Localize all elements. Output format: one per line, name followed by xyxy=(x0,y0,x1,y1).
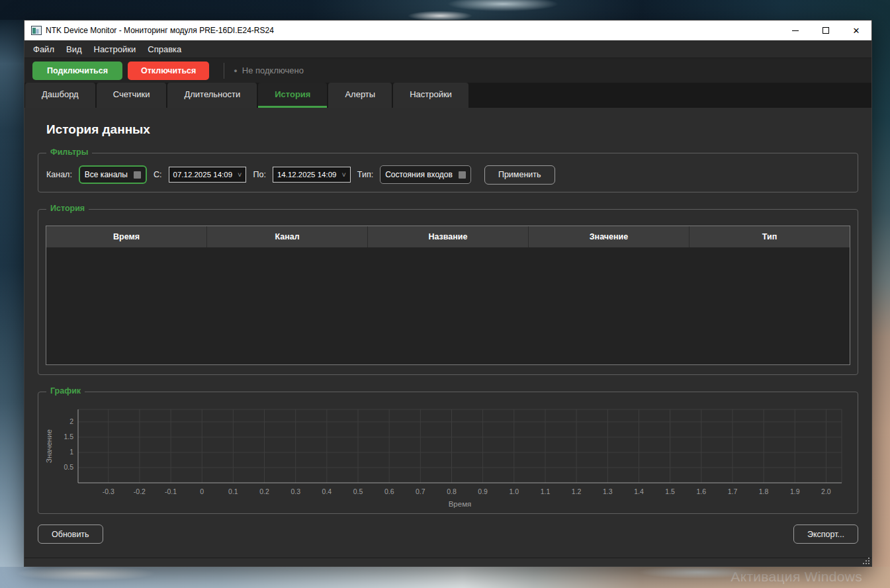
column-header-channel[interactable]: Канал xyxy=(207,226,368,247)
chevron-down-icon: ˅ xyxy=(341,171,345,179)
tab-alerts[interactable]: Алерты xyxy=(328,83,392,108)
svg-text:0.4: 0.4 xyxy=(322,487,332,495)
minimize-icon xyxy=(792,30,799,31)
date-to-picker[interactable]: 14.12.2025 14:09 ˅ xyxy=(273,167,351,183)
connection-status: ● Не подключено xyxy=(234,65,304,75)
menu-settings[interactable]: Настройки xyxy=(88,40,142,58)
export-button[interactable]: Экспорт... xyxy=(793,525,858,544)
history-groupbox: История Время Канал Название Значение Ти… xyxy=(38,209,858,375)
svg-text:0.5: 0.5 xyxy=(353,487,363,495)
window-controls: ✕ xyxy=(780,21,871,40)
tab-history[interactable]: История xyxy=(258,83,327,108)
svg-text:1.3: 1.3 xyxy=(603,487,613,495)
history-page: История данных Фильтры Канал: Все каналы… xyxy=(24,108,871,558)
window-title: NTK Device Monitor - Мониторинг модуля P… xyxy=(46,26,274,35)
date-to-value: 14.12.2025 14:09 xyxy=(277,171,337,179)
maximize-button[interactable] xyxy=(811,21,841,40)
channel-label: Канал: xyxy=(46,170,72,179)
app-icon xyxy=(31,26,42,35)
desktop-background: Активация Windows NTK Device Monitor - М… xyxy=(0,0,890,588)
tab-dashboard[interactable]: Дашборд xyxy=(25,83,95,108)
resize-grip[interactable] xyxy=(863,558,870,565)
svg-text:1.2: 1.2 xyxy=(572,487,582,495)
status-bar xyxy=(24,558,871,566)
desktop-background-left xyxy=(0,20,24,567)
svg-text:-0.2: -0.2 xyxy=(134,487,146,495)
history-legend: История xyxy=(46,204,89,213)
svg-text:0.5: 0.5 xyxy=(64,463,73,471)
svg-text:1.5: 1.5 xyxy=(665,487,675,495)
connect-button[interactable]: Подключиться xyxy=(32,62,122,80)
column-header-type[interactable]: Тип xyxy=(690,226,850,247)
svg-text:0.7: 0.7 xyxy=(416,487,425,495)
svg-text:1.7: 1.7 xyxy=(728,487,738,495)
chart-groupbox: График -0.3-0.2-0.100.10.20.30.40.50.60.… xyxy=(38,392,858,514)
tab-settings[interactable]: Настройки xyxy=(393,83,468,108)
svg-text:0.8: 0.8 xyxy=(447,487,457,495)
chevron-down-icon: ˅ xyxy=(238,171,242,179)
channel-select-value: Все каналы xyxy=(85,170,128,179)
menu-view[interactable]: Вид xyxy=(60,40,88,58)
refresh-button[interactable]: Обновить xyxy=(38,525,103,544)
type-label: Тип: xyxy=(357,170,373,179)
menu-file[interactable]: Файл xyxy=(27,40,60,58)
svg-text:2.0: 2.0 xyxy=(821,487,831,495)
svg-text:1.6: 1.6 xyxy=(696,487,706,495)
chart-legend: График xyxy=(46,386,85,396)
type-select[interactable]: Состояния входов xyxy=(380,165,471,184)
minimize-button[interactable] xyxy=(780,21,811,40)
toolbar-divider xyxy=(224,63,224,79)
history-table: Время Канал Название Значение Тип xyxy=(46,226,850,365)
svg-text:0.2: 0.2 xyxy=(259,487,269,495)
page-title: История данных xyxy=(46,122,858,137)
svg-text:2: 2 xyxy=(69,417,73,425)
svg-text:-0.1: -0.1 xyxy=(165,487,177,495)
tab-durations[interactable]: Длительности xyxy=(167,83,257,108)
history-table-header: Время Канал Название Значение Тип xyxy=(46,226,850,247)
tab-counters[interactable]: Счетчики xyxy=(97,83,167,108)
windows-activation-watermark: Активация Windows xyxy=(731,569,862,585)
column-header-value[interactable]: Значение xyxy=(529,226,690,247)
dropdown-grip-icon xyxy=(459,171,466,179)
svg-text:1.1: 1.1 xyxy=(541,487,551,495)
svg-text:Время: Время xyxy=(449,500,472,508)
status-dot-icon: ● xyxy=(234,67,237,74)
channel-select[interactable]: Все каналы xyxy=(79,165,147,184)
title-bar[interactable]: NTK Device Monitor - Мониторинг модуля P… xyxy=(24,21,871,40)
toolbar: Подключиться Отключиться ● Не подключено xyxy=(24,58,871,83)
close-icon: ✕ xyxy=(853,26,860,35)
column-header-time[interactable]: Время xyxy=(46,226,207,247)
menu-help[interactable]: Справка xyxy=(142,40,187,58)
history-chart: -0.3-0.2-0.100.10.20.30.40.50.60.70.80.9… xyxy=(44,399,852,512)
column-header-name[interactable]: Название xyxy=(368,226,529,247)
disconnect-button[interactable]: Отключиться xyxy=(128,62,209,80)
svg-text:-0.3: -0.3 xyxy=(103,487,114,495)
svg-text:Значение: Значение xyxy=(45,429,53,463)
maximize-icon xyxy=(823,27,829,34)
svg-text:0.9: 0.9 xyxy=(478,487,488,495)
svg-text:1.4: 1.4 xyxy=(634,487,644,495)
date-to-label: По: xyxy=(253,170,265,179)
date-from-picker[interactable]: 07.12.2025 14:09 ˅ xyxy=(169,167,247,183)
filters-legend: Фильтры xyxy=(46,147,92,157)
dropdown-grip-icon xyxy=(134,171,141,179)
connection-status-text: Не подключено xyxy=(242,65,304,75)
date-from-label: С: xyxy=(154,170,162,179)
desktop-background-top xyxy=(0,0,890,20)
apply-button[interactable]: Применить xyxy=(484,165,555,185)
svg-text:0.6: 0.6 xyxy=(384,487,394,495)
bottom-actions: Обновить Экспорт... xyxy=(38,525,858,544)
close-button[interactable]: ✕ xyxy=(841,21,871,40)
svg-text:0.3: 0.3 xyxy=(290,487,300,495)
history-table-body xyxy=(46,247,850,364)
svg-text:1.9: 1.9 xyxy=(790,487,800,495)
date-from-value: 07.12.2025 14:09 xyxy=(173,171,233,179)
app-window: NTK Device Monitor - Мониторинг модуля P… xyxy=(24,20,872,567)
menu-bar: Файл Вид Настройки Справка xyxy=(24,40,871,58)
svg-text:0.1: 0.1 xyxy=(228,487,238,495)
tab-bar: Дашборд Счетчики Длительности История Ал… xyxy=(24,83,871,108)
desktop-background-right xyxy=(872,20,890,567)
svg-text:1: 1 xyxy=(69,448,73,456)
svg-text:0: 0 xyxy=(200,487,204,495)
svg-text:1.8: 1.8 xyxy=(759,487,769,495)
